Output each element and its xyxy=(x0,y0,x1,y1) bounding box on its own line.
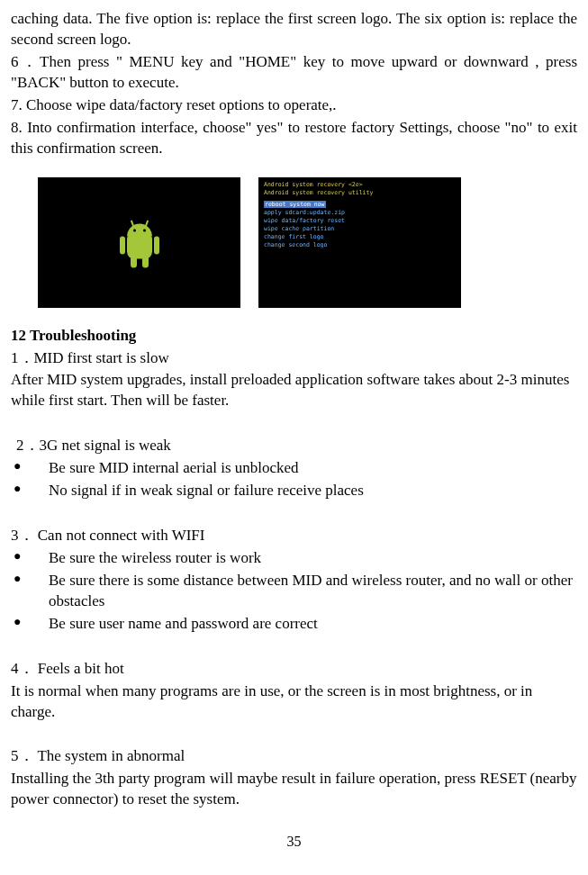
paragraph-step7: 7. Choose wipe data/factory reset option… xyxy=(11,95,577,116)
subheading-2: 2．3G net signal is weak xyxy=(11,436,577,456)
bullet-item: Be sure the wireless router is work xyxy=(11,548,577,569)
paragraph-5: Installing the 3th party program will ma… xyxy=(11,769,577,810)
recovery-reboot-option: reboot system now xyxy=(264,201,326,208)
screenshot-row: Android system recovery <2e> Android sys… xyxy=(38,177,577,308)
recovery-option: wipe cache partition xyxy=(264,225,456,233)
subheading-1: 1．MID first start is slow xyxy=(11,348,577,369)
bullet-item: No signal if in weak signal or failure r… xyxy=(11,481,577,501)
subheading-4: 4． Feels a bit hot xyxy=(11,659,577,680)
recovery-option: apply sdcard:update.zip xyxy=(264,209,456,217)
paragraph-cache-options: caching data. The five option is: replac… xyxy=(11,9,577,50)
subheading-3: 3． Can not connect with WIFI xyxy=(11,526,577,546)
android-robot-icon xyxy=(120,221,159,268)
section-heading-troubleshooting: 12 Troubleshooting xyxy=(11,326,577,347)
recovery-header1: Android system recovery <2e> xyxy=(264,181,456,189)
screenshot-recovery-menu: Android system recovery <2e> Android sys… xyxy=(258,177,461,308)
page-number: 35 xyxy=(11,832,577,852)
bullet-item: Be sure MID internal aerial is unblocked xyxy=(11,458,577,479)
recovery-option: wipe data/factory reset xyxy=(264,217,456,225)
paragraph-1: After MID system upgrades, install prelo… xyxy=(11,370,577,411)
recovery-header2: Android system recovery utility xyxy=(264,189,456,197)
recovery-option: change first logo xyxy=(264,233,456,241)
recovery-menu-text: Android system recovery <2e> Android sys… xyxy=(258,177,461,254)
screenshot-android-robot xyxy=(38,177,240,308)
paragraph-4: It is normal when many programs are in u… xyxy=(11,681,577,723)
paragraph-step8: 8. Into confirmation interface, choose" … xyxy=(11,118,577,159)
paragraph-step6: 6．Then press " MENU key and "HOME" key t… xyxy=(11,52,577,94)
bullet-item: Be sure there is some distance between M… xyxy=(11,571,577,612)
subheading-5: 5． The system in abnormal xyxy=(11,746,577,767)
bullet-item: Be sure user name and password are corre… xyxy=(11,614,577,635)
recovery-option: change second logo xyxy=(264,241,456,249)
